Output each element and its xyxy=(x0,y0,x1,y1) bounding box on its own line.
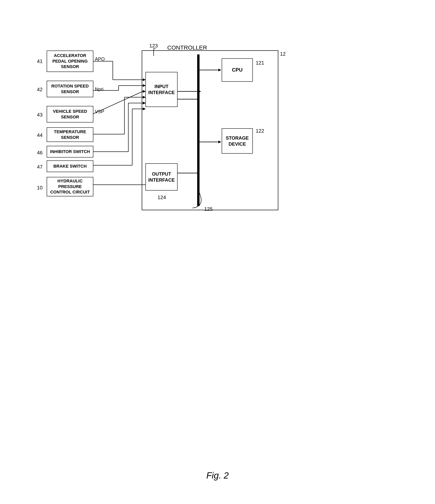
output-interface-box: OUTPUT INTERFACE xyxy=(145,163,178,190)
ref-123: 123 xyxy=(149,43,158,49)
brake-switch-box: BRAKE SWITCH xyxy=(47,160,93,172)
output-interface-label: OUTPUT INTERFACE xyxy=(147,171,176,183)
ref-121: 121 xyxy=(256,60,264,66)
svg-marker-9 xyxy=(218,141,221,143)
ref-42: 42 xyxy=(37,87,43,93)
rotation-sensor-box: ROTATION SPEED SENSOR xyxy=(47,81,93,97)
vehicle-sensor-label: VEHICLE SPEED SENSOR xyxy=(49,109,91,120)
temp-sensor-box: TEMPERATURE SENSOR xyxy=(47,127,93,142)
inhibitor-switch-box: INHIBITOR SWITCH xyxy=(47,146,93,158)
apo-label: APO xyxy=(95,56,105,62)
ref-124: 124 xyxy=(157,194,166,200)
rotation-sensor-label: ROTATION SPEED SENSOR xyxy=(49,83,91,94)
hydraulic-box: HYDRAULIC PRESSURE CONTROL CIRCUIT xyxy=(47,177,93,196)
accel-sensor-box: ACCELERATOR PEDAL OPENING SENSOR xyxy=(47,51,93,72)
ref-46: 46 xyxy=(37,150,43,156)
cpu-label: CPU xyxy=(232,67,243,73)
hydraulic-label: HYDRAULIC PRESSURE CONTROL CIRCUIT xyxy=(49,178,91,195)
input-interface-label: INPUT INTERFACE xyxy=(147,83,176,95)
ref-44: 44 xyxy=(37,132,43,138)
temp-sensor-label: TEMPERATURE SENSOR xyxy=(49,129,91,140)
controller-label: CONTROLLER xyxy=(167,44,207,51)
storage-label: STORAGE DEVICE xyxy=(224,135,251,147)
npri-label: Npri xyxy=(95,87,103,92)
brake-switch-label: BRAKE SWITCH xyxy=(53,163,87,169)
vehicle-sensor-box: VEHICLE SPEED SENSOR xyxy=(47,106,93,123)
inhibitor-switch-label: INHIBITOR SWITCH xyxy=(50,149,90,155)
ref-47: 47 xyxy=(37,164,43,170)
ref-41: 41 xyxy=(37,58,43,64)
ref-12: 12 xyxy=(280,51,286,57)
svg-marker-33 xyxy=(143,108,146,110)
ref-10: 10 xyxy=(37,185,43,191)
ref-125: 125 xyxy=(204,206,213,212)
svg-marker-5 xyxy=(218,69,221,71)
storage-box: STORAGE DEVICE xyxy=(222,128,253,154)
figure-caption: Fig. 2 xyxy=(206,470,229,481)
ref-122: 122 xyxy=(256,128,264,134)
cpu-box: CPU xyxy=(222,58,253,82)
accel-sensor-label: ACCELERATOR PEDAL OPENING SENSOR xyxy=(49,53,91,70)
ref-43: 43 xyxy=(37,112,43,118)
vsp-label: VSP xyxy=(95,109,104,114)
diagram-container: ACCELERATOR PEDAL OPENING SENSOR ROTATIO… xyxy=(31,39,401,389)
input-interface-box: INPUT INTERFACE xyxy=(145,72,178,107)
